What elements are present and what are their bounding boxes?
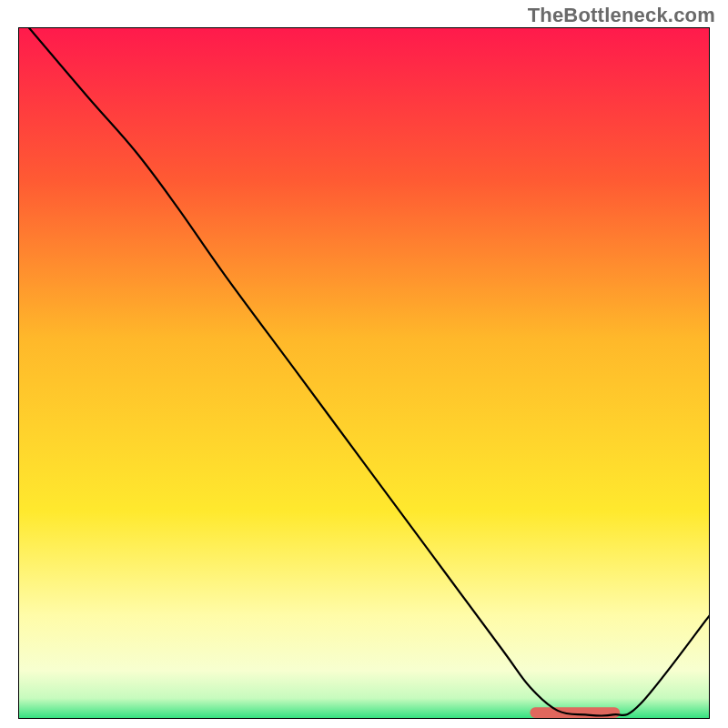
plot-area [18,27,710,719]
watermark-text: TheBottleneck.com [528,4,715,27]
chart-stage: TheBottleneck.com [0,0,728,728]
gradient-background [18,27,710,719]
chart-svg [18,27,710,719]
